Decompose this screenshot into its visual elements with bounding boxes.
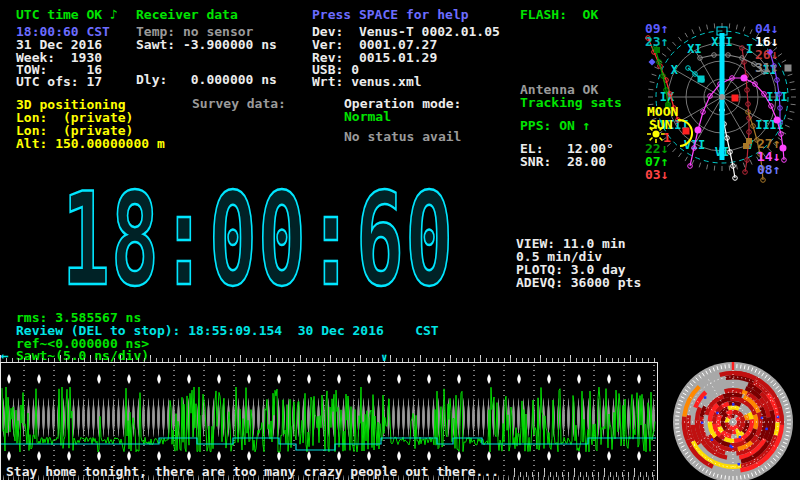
svg-text:XI: XI <box>687 42 701 56</box>
signal-level-map <box>668 356 800 480</box>
lady-heather-screen: UTC time OK ♪ 18:00:60 CST 31 Dec 2016 W… <box>0 0 800 480</box>
receiver-sawt: Sawt: -3.900000 ns <box>136 38 277 51</box>
satellite-watch-plot: XIIIIIIIIIIIIVVIVIIVIIIIXXXI09↑23↑MOONSU… <box>628 0 800 192</box>
snr-value: SNR: 28.00 <box>520 155 606 168</box>
big-digital-clock: 18:00:60 <box>62 176 454 304</box>
receiver-dly: Dly: 0.000000 ns <box>136 73 277 86</box>
svg-text:08↑: 08↑ <box>757 162 780 177</box>
utc-status: UTC time OK ♪ <box>16 8 118 21</box>
adev-queue: ADEVQ: 36000 pts <box>516 276 641 289</box>
svg-text:X: X <box>671 63 679 77</box>
utc-offset: UTC ofs: 17 <box>16 75 102 88</box>
svg-text:I: I <box>746 42 753 56</box>
help-hint: Press SPACE for help <box>312 8 469 21</box>
strip-chart-plot <box>0 362 658 480</box>
plot-traces <box>1 363 656 479</box>
status-message: Stay home tonight, there are too many cr… <box>6 465 499 478</box>
position-alt: Alt: 150.00000000 m <box>16 137 165 150</box>
device-status: No status avail <box>344 130 461 143</box>
svg-text:03↓: 03↓ <box>645 167 668 182</box>
pps-status: PPS: ON ↑ <box>520 119 590 132</box>
flash-status: FLASH: OK <box>520 8 598 21</box>
bottom-ruler-minor <box>514 472 654 477</box>
svg-text:23↑: 23↑ <box>645 34 668 49</box>
tracking-status: Tracking sats <box>520 96 622 109</box>
op-mode-value: Normal <box>344 110 391 123</box>
device-wrt: Wrt: venus.xml <box>312 75 422 88</box>
svg-text:31↓: 31↓ <box>755 60 778 75</box>
receiver-title: Receiver data <box>136 8 238 21</box>
survey-data: Survey data: <box>192 97 286 110</box>
